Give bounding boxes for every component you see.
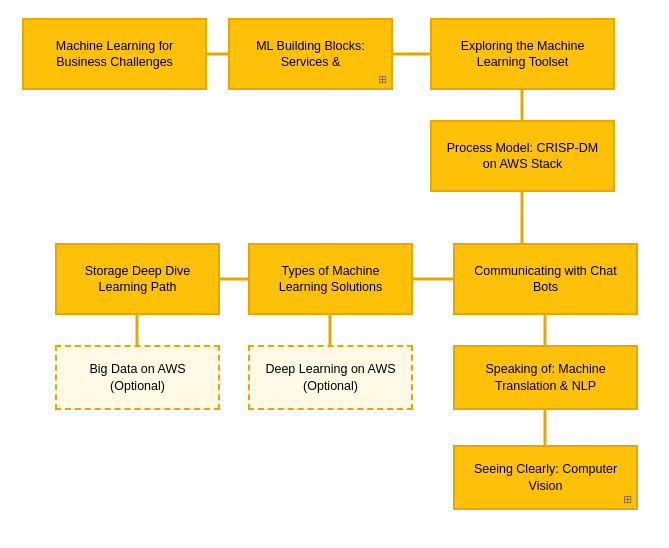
node-exploring-toolset[interactable]: Exploring the Machine Learning Toolset xyxy=(430,18,615,90)
node-ml-business[interactable]: Machine Learning for Business Challenges xyxy=(22,18,207,90)
node-chat-bots[interactable]: Communicating with Chat Bots xyxy=(453,243,638,315)
node-computer-vision[interactable]: Seeing Clearly: Computer Vision xyxy=(453,445,638,510)
diagram-container: Machine Learning for Business Challenges… xyxy=(0,0,669,548)
node-big-data-aws[interactable]: Big Data on AWS (Optional) xyxy=(55,345,220,410)
node-types-ml-solutions[interactable]: Types of Machine Learning Solutions xyxy=(248,243,413,315)
node-machine-translation[interactable]: Speaking of: Machine Translation & NLP xyxy=(453,345,638,410)
node-crisp-dm[interactable]: Process Model: CRISP-DM on AWS Stack xyxy=(430,120,615,192)
node-storage-deep-dive[interactable]: Storage Deep Dive Learning Path xyxy=(55,243,220,315)
node-ml-building-blocks[interactable]: ML Building Blocks: Services & xyxy=(228,18,393,90)
node-deep-learning-aws[interactable]: Deep Learning on AWS (Optional) xyxy=(248,345,413,410)
